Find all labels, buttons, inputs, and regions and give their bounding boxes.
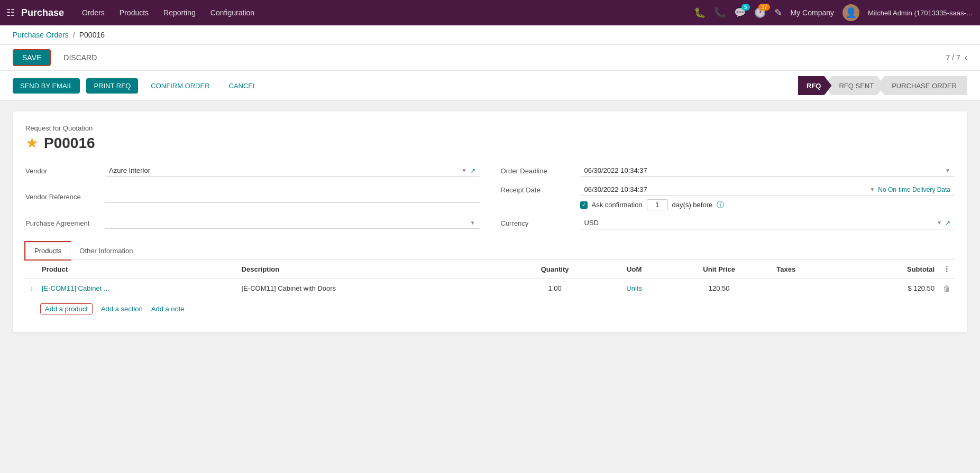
main-content: Request for Quotation ★ P00016 Vendor Az… [0, 101, 980, 418]
toolbar: SEND BY EMAIL PRINT RFQ CONFIRM ORDER CA… [0, 71, 980, 101]
breadcrumb-sep: / [73, 31, 75, 39]
company-name: My Company [791, 8, 834, 17]
vendor-ref-label: Vendor Reference [25, 193, 105, 201]
no-delivery-text[interactable]: No On-time Delivery Data [878, 186, 950, 193]
row-product[interactable]: [E-COM11] Cabinet ... [38, 279, 237, 299]
avatar[interactable]: 👤 [842, 4, 859, 21]
order-deadline-field: Order Deadline 06/30/2022 10:34:37 ▼ [501, 164, 955, 177]
row-delete-icon[interactable]: 🗑 [943, 284, 950, 293]
send-email-button[interactable]: SEND BY EMAIL [13, 78, 80, 94]
currency-ext-link-icon[interactable]: ↗ [945, 219, 950, 227]
col-header-unit-price: Unit Price [666, 259, 772, 279]
nav-reporting[interactable]: Reporting [156, 5, 203, 20]
print-rfq-button[interactable]: PRINT RFQ [86, 78, 138, 94]
ask-confirmation-label: Ask confirmation [592, 201, 643, 209]
nav-products[interactable]: Products [112, 5, 156, 20]
vendor-label: Vendor [25, 167, 105, 175]
chat-badge[interactable]: 💬 5 [734, 7, 746, 18]
settings-icon[interactable]: ✎ [774, 7, 782, 18]
phone-icon[interactable]: 📞 [714, 7, 726, 18]
nav-configuration[interactable]: Configuration [203, 5, 262, 20]
currency-value: USD [584, 219, 934, 227]
activity-badge[interactable]: 🕐 37 [754, 7, 766, 18]
doc-type-label: Request for Quotation [25, 124, 955, 132]
currency-label: Currency [501, 219, 580, 227]
row-subtotal: $ 120.50 [845, 279, 939, 299]
days-before-label: day(s) before [672, 201, 713, 209]
app-grid-icon[interactable]: ☷ [6, 7, 15, 18]
purchase-agreement-dropdown-icon: ▼ [470, 220, 475, 226]
add-product-button[interactable]: Add a product [40, 303, 93, 314]
table-row: ↕ [E-COM11] Cabinet ... [E-COM11] Cabine… [25, 279, 955, 299]
col-header-description: Description [237, 259, 507, 279]
vendor-value: Azure Interior [109, 166, 459, 174]
drag-handle-icon[interactable]: ↕ [30, 284, 33, 293]
doc-title-row: ★ P00016 [25, 134, 955, 152]
products-table: Product Description Quantity UoM Unit Pr… [25, 259, 955, 298]
add-row: Add a product Add a section Add a note [25, 298, 955, 320]
status-purchase-order[interactable]: PURCHASE ORDER [877, 76, 967, 95]
page-counter: 7 / 7 [946, 53, 960, 62]
row-unit-price[interactable]: 120.50 [666, 279, 772, 299]
topnav-menu: Orders Products Reporting Configuration [75, 5, 262, 20]
topnav: ☷ Purchase Orders Products Reporting Con… [0, 0, 980, 25]
ask-confirmation-row: ✓ Ask confirmation day(s) before ⓘ [580, 199, 725, 210]
breadcrumb: Purchase Orders / P00016 [0, 25, 980, 45]
status-rfq[interactable]: RFQ [798, 76, 831, 95]
ask-confirmation-days-input[interactable] [647, 199, 668, 210]
receipt-date-value: 06/30/2022 10:34:37 [584, 186, 867, 193]
row-description[interactable]: [E-COM11] Cabinet with Doors [237, 279, 507, 299]
receipt-date-dropdown-icon: ▼ [869, 187, 875, 192]
col-header-subtotal: Subtotal [845, 259, 939, 279]
row-uom[interactable]: Units [602, 279, 666, 299]
info-icon[interactable]: ⓘ [717, 200, 724, 210]
add-note-button[interactable]: Add a note [151, 305, 185, 313]
brand-name: Purchase [21, 7, 64, 18]
tabs-container: Products Other Information [25, 242, 955, 259]
currency-field: Currency USD ▼ ↗ [501, 217, 955, 229]
receipt-date-label: Receipt Date [501, 186, 580, 194]
vendor-field: Vendor Azure Interior ▼ ↗ [25, 164, 480, 177]
breadcrumb-current: P00016 [79, 31, 105, 39]
save-button[interactable]: SAVE [13, 49, 51, 66]
cancel-button[interactable]: CANCEL [223, 78, 263, 94]
user-name: Mitchell Admin (17013335-saas-15-1 [868, 9, 974, 17]
vendor-ext-link-icon[interactable]: ↗ [470, 167, 475, 174]
purchase-agreement-field: Purchase Agreement ▼ [25, 217, 480, 229]
bug-icon[interactable]: 🐛 [694, 7, 706, 18]
order-deadline-label: Order Deadline [501, 167, 580, 175]
vendor-dropdown-icon: ▼ [462, 168, 467, 173]
table-actions-icon[interactable]: ⋮ [943, 265, 950, 273]
row-taxes[interactable] [772, 279, 844, 299]
action-bar: SAVE DISCARD 7 / 7 ‹ [0, 45, 980, 71]
col-header-taxes: Taxes [772, 259, 844, 279]
col-header-quantity: Quantity [507, 259, 602, 279]
status-pipeline: RFQ RFQ SENT PURCHASE ORDER [798, 76, 967, 95]
discard-button[interactable]: DISCARD [57, 50, 103, 65]
tab-other-information[interactable]: Other Information [70, 242, 142, 259]
col-header-product: Product [38, 259, 237, 279]
col-header-uom: UoM [602, 259, 666, 279]
order-deadline-value: 06/30/2022 10:34:37 [584, 166, 942, 174]
add-section-button[interactable]: Add a section [101, 305, 143, 313]
doc-number: P00016 [44, 135, 95, 152]
order-deadline-dropdown-icon: ▼ [945, 168, 950, 173]
star-icon[interactable]: ★ [25, 134, 39, 152]
tab-products[interactable]: Products [25, 242, 70, 259]
currency-dropdown-icon: ▼ [937, 220, 942, 226]
status-rfq-sent[interactable]: RFQ SENT [824, 76, 884, 95]
ask-confirmation-checkbox[interactable]: ✓ [580, 201, 588, 209]
vendor-ref-field: Vendor Reference [25, 183, 480, 210]
form-card: Request for Quotation ★ P00016 Vendor Az… [13, 112, 967, 332]
nav-orders[interactable]: Orders [75, 5, 112, 20]
breadcrumb-parent[interactable]: Purchase Orders [13, 31, 69, 39]
purchase-agreement-label: Purchase Agreement [25, 219, 105, 227]
prev-page-arrow[interactable]: ‹ [965, 53, 967, 62]
confirm-order-button[interactable]: CONFIRM ORDER [144, 78, 216, 94]
row-quantity[interactable]: 1.00 [507, 279, 602, 299]
receipt-date-field: Receipt Date 06/30/2022 10:34:37 ▼ No On… [501, 183, 955, 210]
form-fields: Vendor Azure Interior ▼ ↗ Order Deadline… [25, 164, 955, 229]
